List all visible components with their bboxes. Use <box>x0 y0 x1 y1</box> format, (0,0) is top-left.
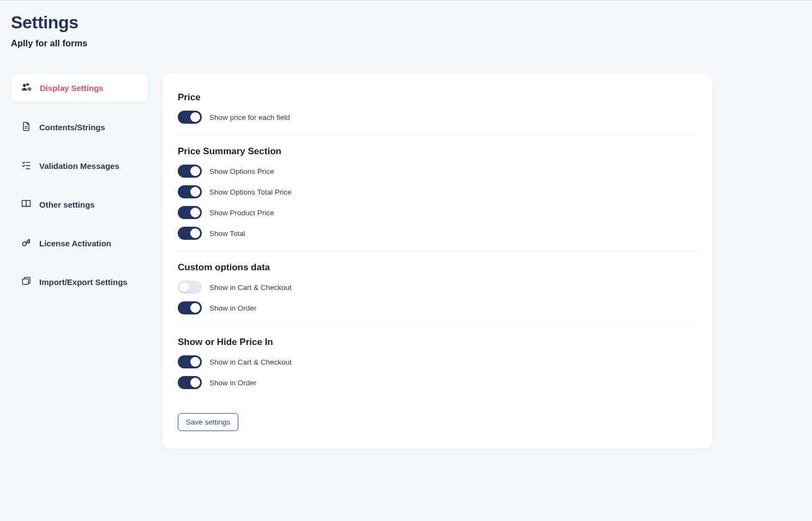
windows-icon <box>21 276 32 288</box>
group-title: Custom options data <box>178 262 697 273</box>
key-icon <box>21 237 32 250</box>
save-settings-button[interactable]: Save settings <box>178 413 238 431</box>
svg-rect-4 <box>22 279 28 284</box>
sidebar-item-license-activation[interactable]: License Activation <box>11 229 148 257</box>
toggle-price-show-order[interactable] <box>178 376 202 389</box>
svg-point-1 <box>27 83 29 86</box>
toggle-show-options-total-price[interactable] <box>178 185 202 198</box>
setting-row: Show in Cart & Checkout <box>178 281 697 294</box>
group-title: Price Summary Section <box>178 146 697 157</box>
settings-sidebar: Display Settings Contents/Strings Valida… <box>11 74 148 449</box>
setting-row: Show in Order <box>178 301 697 314</box>
sidebar-item-display-settings[interactable]: Display Settings <box>11 74 148 102</box>
document-icon <box>21 121 32 134</box>
page-title: Settings <box>11 13 801 33</box>
toggle-custom-show-order[interactable] <box>178 301 202 314</box>
book-icon <box>21 198 32 211</box>
sidebar-item-label: Validation Messages <box>39 161 119 171</box>
users-gear-icon <box>21 82 32 94</box>
toggle-label: Show Product Price <box>209 209 274 217</box>
setting-row: Show Product Price <box>178 206 697 219</box>
sidebar-item-other-settings[interactable]: Other settings <box>11 191 148 219</box>
setting-row: Show Total <box>178 227 697 240</box>
sidebar-item-label: Contents/Strings <box>39 123 105 132</box>
setting-row: Show Options Price <box>178 165 697 178</box>
sidebar-item-label: Import/Export Settings <box>39 277 128 287</box>
toggle-price-show-cart-checkout[interactable] <box>178 355 202 368</box>
settings-panel: Price Show price for each field Price Su… <box>163 74 712 449</box>
toggle-show-product-price[interactable] <box>178 206 202 219</box>
setting-row: Show Options Total Price <box>178 185 697 198</box>
page-subtitle: Aplly for all forms <box>11 38 801 49</box>
toggle-label: Show in Order <box>209 379 256 387</box>
setting-row: Show in Order <box>178 376 697 389</box>
group-show-hide-price-in: Show or Hide Price In Show in Cart & Che… <box>178 325 697 400</box>
group-price: Price Show price for each field <box>178 89 697 135</box>
toggle-show-price-each-field[interactable] <box>178 111 202 124</box>
sidebar-item-validation-messages[interactable]: Validation Messages <box>11 152 148 180</box>
toggle-label: Show price for each field <box>209 113 290 122</box>
svg-point-0 <box>23 84 26 87</box>
sidebar-item-label: License Activation <box>39 239 111 248</box>
toggle-show-total[interactable] <box>178 227 202 240</box>
checklist-icon <box>21 160 32 172</box>
toggle-label: Show Options Price <box>209 167 274 175</box>
sidebar-item-label: Other settings <box>39 200 95 209</box>
toggle-label: Show in Cart & Checkout <box>209 283 292 292</box>
toggle-custom-show-cart-checkout[interactable] <box>178 281 202 294</box>
group-custom-options-data: Custom options data Show in Cart & Check… <box>178 251 697 325</box>
toggle-label: Show in Order <box>209 304 256 312</box>
group-title: Show or Hide Price In <box>178 337 697 348</box>
toggle-label: Show Options Total Price <box>209 188 292 196</box>
sidebar-item-contents-strings[interactable]: Contents/Strings <box>11 113 148 141</box>
toggle-label: Show Total <box>209 229 245 238</box>
setting-row: Show in Cart & Checkout <box>178 355 697 368</box>
svg-point-3 <box>22 242 26 246</box>
setting-row: Show price for each field <box>178 111 697 124</box>
sidebar-item-label: Display Settings <box>40 83 104 93</box>
group-title: Price <box>178 92 697 103</box>
toggle-show-options-price[interactable] <box>178 165 202 178</box>
group-price-summary: Price Summary Section Show Options Price… <box>178 135 697 251</box>
toggle-label: Show in Cart & Checkout <box>209 358 292 366</box>
sidebar-item-import-export[interactable]: Import/Export Settings <box>11 268 148 296</box>
